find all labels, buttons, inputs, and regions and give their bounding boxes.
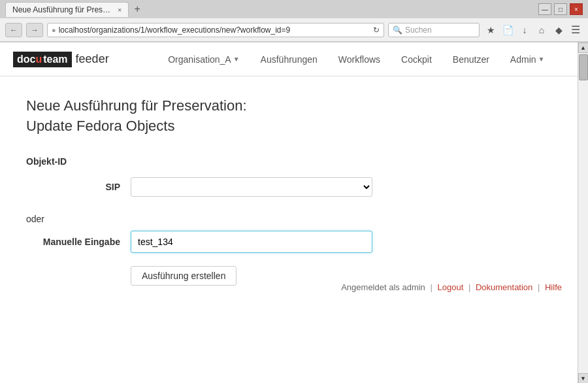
nav-ausfuehrungen-label: Ausführungen bbox=[261, 54, 318, 65]
page-title-line1: Neue Ausführung für Preservation: bbox=[26, 97, 247, 114]
nav-links: Organisation_A ▼ Ausführungen Workflows … bbox=[148, 49, 564, 70]
browser-tab[interactable]: Neue Ausführung für Preservatio × bbox=[5, 2, 129, 17]
browser-chrome: Neue Ausführung für Preservatio × + — □ … bbox=[0, 0, 588, 42]
search-bar[interactable]: 🔍 Suchen bbox=[388, 23, 480, 37]
nav-organisation[interactable]: Organisation_A ▼ bbox=[157, 49, 250, 70]
scrollbar-down-button[interactable]: ▼ bbox=[578, 373, 589, 383]
address-bar-row: ← → ● localhost/organizations/1/workflow… bbox=[0, 18, 588, 42]
scrollbar-thumb[interactable] bbox=[579, 54, 588, 80]
window-controls: — □ × bbox=[538, 3, 583, 15]
brand-u-accent: u bbox=[35, 54, 42, 65]
forward-button[interactable]: → bbox=[26, 23, 43, 37]
home-icon[interactable]: ⌂ bbox=[534, 23, 549, 37]
back-button[interactable]: ← bbox=[5, 23, 22, 37]
footer: Angemeldet als admin | Logout | Dokument… bbox=[341, 282, 562, 292]
bookmark-star-icon[interactable]: ★ bbox=[483, 23, 498, 37]
address-text: localhost/organizations/1/workflow_execu… bbox=[59, 25, 370, 35]
search-placeholder: Suchen bbox=[405, 25, 432, 35]
nav-ausfuehrungen[interactable]: Ausführungen bbox=[250, 49, 328, 70]
footer-sep3: | bbox=[538, 282, 540, 292]
shield-icon[interactable]: ◆ bbox=[551, 23, 566, 37]
page-title-line2: Update Fedora Objects bbox=[26, 118, 174, 134]
nav-workflows-label: Workflows bbox=[338, 54, 380, 65]
objekt-id-label: Objekt-ID bbox=[26, 156, 551, 167]
oder-row: oder bbox=[26, 207, 551, 231]
organisation-dropdown-arrow: ▼ bbox=[233, 56, 240, 63]
lock-icon: ● bbox=[52, 26, 56, 34]
app-navbar: docuteam feeder Organisation_A ▼ Ausführ… bbox=[0, 42, 578, 76]
manuelle-eingabe-input[interactable] bbox=[131, 231, 372, 253]
scrollbar-up-button[interactable]: ▲ bbox=[578, 42, 589, 53]
scrollbar[interactable]: ▲ ▼ bbox=[578, 42, 588, 383]
sip-select[interactable] bbox=[131, 177, 372, 197]
page-content: docuteam feeder Organisation_A ▼ Ausführ… bbox=[0, 42, 578, 383]
help-link[interactable]: Hilfe bbox=[545, 282, 562, 292]
ausfuehrung-erstellen-button[interactable]: Ausführung erstellen bbox=[131, 266, 237, 286]
tab-bar: Neue Ausführung für Preservatio × + bbox=[5, 2, 143, 17]
page-wrapper: docuteam feeder Organisation_A ▼ Ausführ… bbox=[0, 42, 588, 383]
documentation-link[interactable]: Dokumentation bbox=[476, 282, 532, 292]
nav-cockpit-label: Cockpit bbox=[401, 54, 432, 65]
nav-benutzer-label: Benutzer bbox=[453, 54, 489, 65]
reader-icon[interactable]: 📄 bbox=[500, 23, 515, 37]
form-section: Objekt-ID SIP oder Manuelle Eingabe bbox=[26, 156, 551, 286]
footer-sep2: | bbox=[468, 282, 470, 292]
download-icon[interactable]: ↓ bbox=[517, 23, 532, 37]
maximize-button[interactable]: □ bbox=[554, 3, 567, 15]
reload-button[interactable]: ↻ bbox=[373, 25, 380, 35]
page-title: Neue Ausführung für Preservation: Update… bbox=[26, 96, 551, 137]
nav-cockpit[interactable]: Cockpit bbox=[391, 49, 442, 70]
manuelle-eingabe-row: Manuelle Eingabe bbox=[26, 231, 551, 253]
sip-label: SIP bbox=[26, 182, 131, 192]
toolbar-icons: ★ 📄 ↓ ⌂ ◆ ☰ bbox=[483, 23, 583, 37]
title-bar: Neue Ausführung für Preservatio × + — □ … bbox=[0, 0, 588, 18]
nav-admin-label: Admin bbox=[510, 54, 536, 65]
oder-text: oder bbox=[26, 214, 44, 224]
nav-benutzer[interactable]: Benutzer bbox=[442, 49, 500, 70]
minimize-button[interactable]: — bbox=[538, 3, 551, 15]
manuelle-eingabe-label: Manuelle Eingabe bbox=[26, 237, 131, 247]
brand-docu: docu bbox=[13, 52, 43, 67]
brand-team: team bbox=[43, 52, 71, 67]
sip-row: SIP bbox=[26, 177, 551, 197]
nav-workflows[interactable]: Workflows bbox=[328, 49, 391, 70]
logout-link[interactable]: Logout bbox=[437, 282, 463, 292]
nav-admin[interactable]: Admin ▼ bbox=[500, 49, 555, 70]
tab-title: Neue Ausführung für Preservatio bbox=[12, 5, 114, 14]
nav-organisation-label: Organisation_A bbox=[168, 54, 231, 65]
tab-close-icon[interactable]: × bbox=[118, 6, 122, 14]
close-button[interactable]: × bbox=[570, 3, 583, 15]
brand: docuteam feeder bbox=[13, 52, 109, 67]
brand-feeder: feeder bbox=[72, 52, 109, 66]
address-bar[interactable]: ● localhost/organizations/1/workflow_exe… bbox=[47, 23, 384, 37]
footer-sep1: | bbox=[430, 282, 432, 292]
admin-dropdown-arrow: ▼ bbox=[538, 56, 545, 63]
menu-button[interactable]: ☰ bbox=[568, 23, 583, 37]
main-content: Neue Ausführung für Preservation: Update… bbox=[0, 76, 578, 305]
logged-in-text: Angemeldet als admin bbox=[341, 282, 425, 292]
new-tab-button[interactable]: + bbox=[131, 3, 142, 15]
search-icon: 🔍 bbox=[393, 25, 402, 35]
